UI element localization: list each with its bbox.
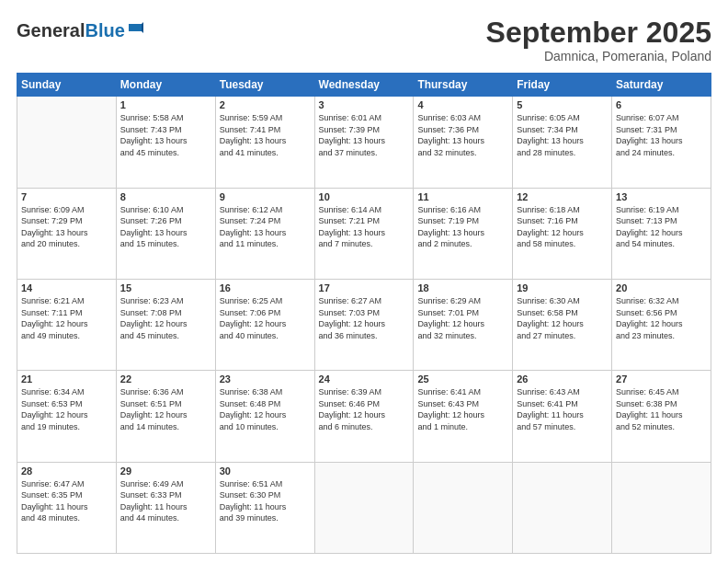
- day-number: 22: [120, 373, 211, 385]
- logo-general-text: GeneralBlue: [17, 20, 125, 41]
- day-number: 20: [616, 282, 707, 293]
- day-info: Sunrise: 6:16 AM Sunset: 7:19 PM Dayligh…: [417, 204, 508, 250]
- day-info: Sunrise: 6:18 AM Sunset: 7:16 PM Dayligh…: [517, 204, 608, 250]
- calendar-cell: 29Sunrise: 6:49 AM Sunset: 6:33 PM Dayli…: [116, 462, 215, 553]
- calendar-cell: 25Sunrise: 6:41 AM Sunset: 6:43 PM Dayli…: [414, 371, 513, 462]
- day-number: 6: [616, 99, 707, 110]
- day-info: Sunrise: 6:14 AM Sunset: 7:21 PM Dayligh…: [319, 204, 410, 250]
- calendar-cell: [612, 462, 711, 553]
- day-info: Sunrise: 6:25 AM Sunset: 7:06 PM Dayligh…: [220, 295, 311, 341]
- calendar-cell: 2Sunrise: 5:59 AM Sunset: 7:41 PM Daylig…: [215, 97, 314, 188]
- calendar-cell: 16Sunrise: 6:25 AM Sunset: 7:06 PM Dayli…: [215, 279, 314, 370]
- day-number: 28: [21, 465, 112, 477]
- calendar-cell: 18Sunrise: 6:29 AM Sunset: 7:01 PM Dayli…: [414, 279, 513, 370]
- day-info: Sunrise: 6:38 AM Sunset: 6:48 PM Dayligh…: [220, 386, 311, 432]
- day-info: Sunrise: 6:10 AM Sunset: 7:26 PM Dayligh…: [120, 204, 211, 250]
- day-info: Sunrise: 6:41 AM Sunset: 6:43 PM Dayligh…: [417, 386, 508, 432]
- svg-marker-1: [142, 22, 143, 33]
- month-title: September 2025: [486, 17, 711, 49]
- weekday-header-monday: Monday: [116, 74, 215, 97]
- location: Damnica, Pomerania, Poland: [486, 49, 711, 63]
- calendar-cell: 6Sunrise: 6:07 AM Sunset: 7:31 PM Daylig…: [612, 97, 711, 188]
- weekday-header-wednesday: Wednesday: [314, 74, 414, 97]
- calendar-cell: 15Sunrise: 6:23 AM Sunset: 7:08 PM Dayli…: [116, 279, 215, 370]
- day-number: 16: [220, 282, 311, 293]
- calendar-cell: 4Sunrise: 6:03 AM Sunset: 7:36 PM Daylig…: [414, 97, 513, 188]
- day-info: Sunrise: 6:07 AM Sunset: 7:31 PM Dayligh…: [616, 112, 707, 158]
- logo-blue-label: Blue: [85, 20, 124, 40]
- calendar-cell: 21Sunrise: 6:34 AM Sunset: 6:53 PM Dayli…: [17, 371, 117, 462]
- header: GeneralBlue September 2025 Damnica, Pome…: [17, 17, 711, 63]
- weekday-header-row: SundayMondayTuesdayWednesdayThursdayFrid…: [17, 74, 711, 97]
- logo-general-label: General: [17, 20, 85, 40]
- week-row-3: 14Sunrise: 6:21 AM Sunset: 7:11 PM Dayli…: [17, 279, 711, 370]
- day-info: Sunrise: 6:45 AM Sunset: 6:38 PM Dayligh…: [616, 386, 707, 432]
- calendar-cell: 8Sunrise: 6:10 AM Sunset: 7:26 PM Daylig…: [116, 188, 215, 279]
- day-info: Sunrise: 6:09 AM Sunset: 7:29 PM Dayligh…: [21, 204, 112, 250]
- day-number: 24: [319, 373, 410, 385]
- day-number: 3: [319, 99, 410, 110]
- calendar-cell: 17Sunrise: 6:27 AM Sunset: 7:03 PM Dayli…: [314, 279, 414, 370]
- week-row-5: 28Sunrise: 6:47 AM Sunset: 6:35 PM Dayli…: [17, 462, 711, 553]
- day-number: 10: [319, 191, 410, 202]
- day-number: 9: [220, 191, 311, 202]
- weekday-header-thursday: Thursday: [414, 74, 513, 97]
- logo-icon: [127, 22, 143, 40]
- calendar-cell: [314, 462, 414, 553]
- day-info: Sunrise: 6:19 AM Sunset: 7:13 PM Dayligh…: [616, 204, 707, 250]
- day-number: 8: [120, 191, 211, 202]
- day-info: Sunrise: 6:21 AM Sunset: 7:11 PM Dayligh…: [21, 295, 112, 341]
- calendar-cell: 13Sunrise: 6:19 AM Sunset: 7:13 PM Dayli…: [612, 188, 711, 279]
- day-info: Sunrise: 6:29 AM Sunset: 7:01 PM Dayligh…: [417, 295, 508, 341]
- calendar-cell: 11Sunrise: 6:16 AM Sunset: 7:19 PM Dayli…: [414, 188, 513, 279]
- calendar-cell: 26Sunrise: 6:43 AM Sunset: 6:41 PM Dayli…: [513, 371, 612, 462]
- calendar-cell: 27Sunrise: 6:45 AM Sunset: 6:38 PM Dayli…: [612, 371, 711, 462]
- day-number: 17: [319, 282, 410, 293]
- calendar-cell: [17, 97, 117, 188]
- day-number: 19: [517, 282, 608, 293]
- weekday-header-friday: Friday: [513, 74, 612, 97]
- calendar-cell: 24Sunrise: 6:39 AM Sunset: 6:46 PM Dayli…: [314, 371, 414, 462]
- day-info: Sunrise: 6:47 AM Sunset: 6:35 PM Dayligh…: [21, 478, 112, 524]
- week-row-4: 21Sunrise: 6:34 AM Sunset: 6:53 PM Dayli…: [17, 371, 711, 462]
- day-number: 29: [120, 465, 211, 477]
- day-number: 13: [616, 191, 707, 202]
- day-info: Sunrise: 6:27 AM Sunset: 7:03 PM Dayligh…: [319, 295, 410, 341]
- calendar-cell: 14Sunrise: 6:21 AM Sunset: 7:11 PM Dayli…: [17, 279, 117, 370]
- day-number: 18: [417, 282, 508, 293]
- calendar-cell: 5Sunrise: 6:05 AM Sunset: 7:34 PM Daylig…: [513, 97, 612, 188]
- day-number: 26: [517, 373, 608, 385]
- day-info: Sunrise: 6:49 AM Sunset: 6:33 PM Dayligh…: [120, 478, 211, 524]
- day-number: 25: [417, 373, 508, 385]
- calendar-cell: [414, 462, 513, 553]
- day-info: Sunrise: 6:34 AM Sunset: 6:53 PM Dayligh…: [21, 386, 112, 432]
- calendar-cell: 20Sunrise: 6:32 AM Sunset: 6:56 PM Dayli…: [612, 279, 711, 370]
- calendar-cell: 30Sunrise: 6:51 AM Sunset: 6:30 PM Dayli…: [215, 462, 314, 553]
- day-number: 5: [517, 99, 608, 110]
- day-info: Sunrise: 6:05 AM Sunset: 7:34 PM Dayligh…: [517, 112, 608, 158]
- calendar-cell: 3Sunrise: 6:01 AM Sunset: 7:39 PM Daylig…: [314, 97, 414, 188]
- day-number: 27: [616, 373, 707, 385]
- calendar-cell: 19Sunrise: 6:30 AM Sunset: 6:58 PM Dayli…: [513, 279, 612, 370]
- day-info: Sunrise: 6:43 AM Sunset: 6:41 PM Dayligh…: [517, 386, 608, 432]
- calendar-cell: 7Sunrise: 6:09 AM Sunset: 7:29 PM Daylig…: [17, 188, 117, 279]
- calendar-table: SundayMondayTuesdayWednesdayThursdayFrid…: [17, 73, 711, 554]
- day-info: Sunrise: 6:30 AM Sunset: 6:58 PM Dayligh…: [517, 295, 608, 341]
- calendar-cell: 28Sunrise: 6:47 AM Sunset: 6:35 PM Dayli…: [17, 462, 117, 553]
- day-number: 4: [417, 99, 508, 110]
- day-info: Sunrise: 5:59 AM Sunset: 7:41 PM Dayligh…: [220, 112, 311, 158]
- calendar-cell: 9Sunrise: 6:12 AM Sunset: 7:24 PM Daylig…: [215, 188, 314, 279]
- day-number: 1: [120, 99, 211, 110]
- weekday-header-saturday: Saturday: [612, 74, 711, 97]
- page: GeneralBlue September 2025 Damnica, Pome…: [0, 0, 728, 563]
- title-area: September 2025 Damnica, Pomerania, Polan…: [486, 17, 711, 63]
- day-info: Sunrise: 6:01 AM Sunset: 7:39 PM Dayligh…: [319, 112, 410, 158]
- day-number: 15: [120, 282, 211, 293]
- day-number: 14: [21, 282, 112, 293]
- day-number: 23: [220, 373, 311, 385]
- day-number: 30: [220, 465, 311, 477]
- calendar-cell: 12Sunrise: 6:18 AM Sunset: 7:16 PM Dayli…: [513, 188, 612, 279]
- day-info: Sunrise: 6:39 AM Sunset: 6:46 PM Dayligh…: [319, 386, 410, 432]
- calendar-cell: 1Sunrise: 5:58 AM Sunset: 7:43 PM Daylig…: [116, 97, 215, 188]
- day-info: Sunrise: 6:23 AM Sunset: 7:08 PM Dayligh…: [120, 295, 211, 341]
